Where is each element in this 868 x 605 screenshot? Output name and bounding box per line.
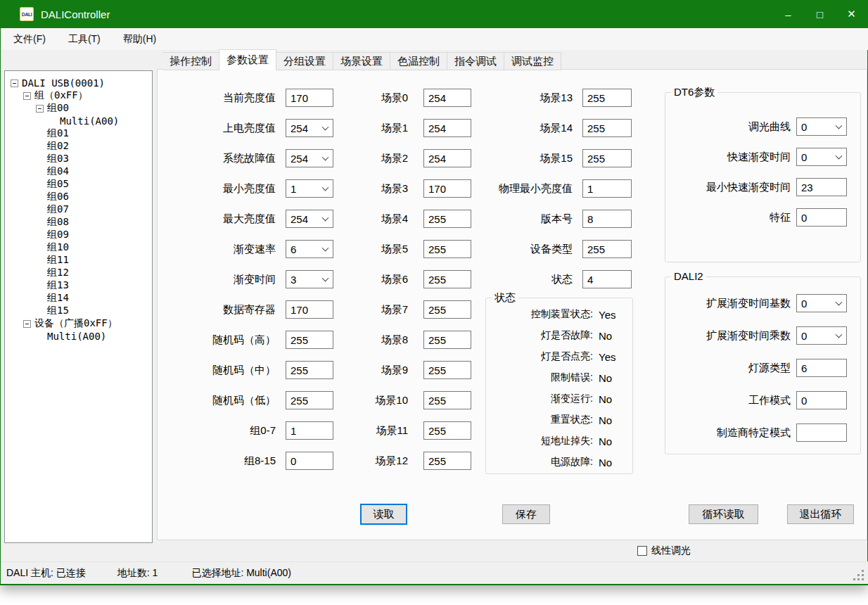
tab[interactable]: 指令调试: [447, 52, 504, 70]
exit-loop-button[interactable]: 退出循环: [787, 504, 854, 524]
tree-node[interactable]: 组07: [5, 203, 152, 216]
loop-read-button[interactable]: 循环读取: [689, 504, 758, 524]
tree-node[interactable]: 组05: [5, 178, 152, 191]
tree-node[interactable]: 组11: [5, 254, 152, 267]
scene-input[interactable]: [424, 241, 471, 257]
scene-input[interactable]: [424, 392, 471, 409]
status-value: No: [599, 393, 612, 405]
menu-item[interactable]: 文件(F): [3, 29, 56, 50]
linear-dim-checkbox[interactable]: [637, 546, 647, 556]
scene-input[interactable]: [424, 331, 471, 348]
param-input[interactable]: [797, 359, 846, 376]
tree-node[interactable]: 设备（广播0xFF）: [5, 317, 152, 330]
status-label: 电源故障:: [486, 456, 593, 469]
scene-input[interactable]: [424, 362, 471, 378]
param-input[interactable]: [797, 209, 846, 226]
tree-node[interactable]: 组04: [5, 165, 152, 178]
scene-input[interactable]: [424, 180, 471, 197]
scene-input[interactable]: [424, 120, 471, 136]
tree-node[interactable]: 组13: [5, 279, 152, 292]
scene-label: 场景7: [324, 303, 408, 317]
tab[interactable]: 参数设置: [219, 49, 276, 70]
param-input[interactable]: [797, 295, 846, 312]
resize-grip-icon[interactable]: [853, 570, 864, 581]
tree-node[interactable]: 组12: [5, 267, 152, 279]
param-label: 扩展渐变时间乘数: [665, 329, 791, 343]
scene-input[interactable]: [424, 422, 471, 439]
tree-expand-icon[interactable]: [36, 105, 44, 113]
menu-item[interactable]: 工具(T): [58, 29, 111, 50]
param-label: 特征: [665, 211, 791, 224]
tab[interactable]: 调试监控: [504, 52, 561, 70]
param-field: [796, 148, 847, 166]
param-row: 渐变时间: [163, 270, 339, 288]
scene-row: 场景8: [324, 331, 471, 349]
param-row: 调光曲线: [665, 117, 860, 136]
param-input[interactable]: [583, 150, 631, 167]
tree-node[interactable]: 组01: [5, 127, 152, 140]
scene-input[interactable]: [424, 150, 471, 167]
status-group: 状态 控制装置状态: Yes 灯是否故障: No: [485, 298, 633, 474]
param-input[interactable]: [583, 210, 631, 227]
param-input[interactable]: [583, 180, 631, 197]
status-label: 灯是否故障:: [486, 329, 593, 342]
scene-row: 场景3: [324, 179, 471, 198]
param-row: 渐变速率: [163, 240, 339, 258]
param-row: 随机码（低）: [163, 391, 339, 409]
param-input[interactable]: [583, 271, 631, 288]
tree-expand-icon[interactable]: [23, 92, 31, 100]
scene-input[interactable]: [424, 301, 471, 318]
param-row: 最小亮度值: [163, 179, 339, 198]
param-input[interactable]: [583, 89, 631, 106]
param-input[interactable]: [797, 392, 846, 409]
param-input[interactable]: [797, 148, 846, 165]
param-input[interactable]: [797, 327, 846, 344]
tree-node[interactable]: 组15: [5, 305, 152, 317]
tree-node[interactable]: 组02: [5, 140, 152, 153]
scene-label: 场景8: [324, 333, 408, 347]
status-label: 渐变运行:: [486, 393, 593, 405]
tree-node[interactable]: 组03: [5, 153, 152, 165]
tree-expand-icon[interactable]: [11, 79, 18, 87]
read-button[interactable]: 读取: [360, 504, 407, 525]
scene-label: 场景10: [324, 394, 408, 407]
tree-expand-icon[interactable]: [23, 320, 31, 328]
tree-node[interactable]: Multi(A00): [5, 330, 152, 343]
tab[interactable]: 场景设置: [333, 52, 390, 70]
save-button[interactable]: 保存: [502, 504, 550, 524]
tree-node[interactable]: 组10: [5, 241, 152, 254]
maximize-button[interactable]: □: [804, 0, 836, 28]
tree-node[interactable]: DALI USB(0001): [5, 77, 152, 89]
param-input[interactable]: [583, 120, 631, 136]
tree-node[interactable]: 组00: [5, 102, 152, 115]
scene-input[interactable]: [424, 271, 471, 288]
tree-node[interactable]: Multi(A00): [5, 115, 152, 127]
scene-input[interactable]: [424, 89, 471, 106]
tree-node[interactable]: 组09: [5, 229, 152, 241]
param-input[interactable]: [583, 241, 631, 257]
minimize-button[interactable]: –: [772, 0, 804, 28]
param-input[interactable]: [797, 424, 846, 441]
tree-node[interactable]: 组14: [5, 292, 152, 305]
tree-node[interactable]: 组08: [5, 216, 152, 229]
status-bar: DALI 主机: 已连接 地址数: 1 已选择地址: Multi(A00): [1, 561, 868, 585]
scene-input[interactable]: [424, 452, 471, 469]
tree-node-label: 组06: [47, 191, 69, 203]
param-field: [582, 179, 632, 198]
scene-input[interactable]: [424, 210, 471, 227]
param-label: 上电亮度值: [163, 122, 276, 135]
menu-item[interactable]: 帮助(H): [113, 29, 167, 50]
close-button[interactable]: ✕: [836, 0, 867, 28]
param-input[interactable]: [797, 118, 846, 135]
tab[interactable]: 色温控制: [390, 52, 447, 70]
linear-dim-label: 线性调光: [651, 544, 691, 557]
tree-node[interactable]: 组（0xFF）: [5, 89, 152, 102]
status-label: 重置状态:: [486, 414, 593, 426]
scene-label: 场景5: [324, 243, 408, 256]
tab[interactable]: 操作控制: [162, 52, 219, 70]
tab[interactable]: 分组设置: [276, 52, 333, 70]
param-input[interactable]: [797, 179, 846, 196]
statusbar-host: DALI 主机: 已连接: [6, 567, 86, 580]
tree-node[interactable]: 组06: [5, 191, 152, 203]
status-label: 灯是否点亮:: [486, 350, 593, 363]
